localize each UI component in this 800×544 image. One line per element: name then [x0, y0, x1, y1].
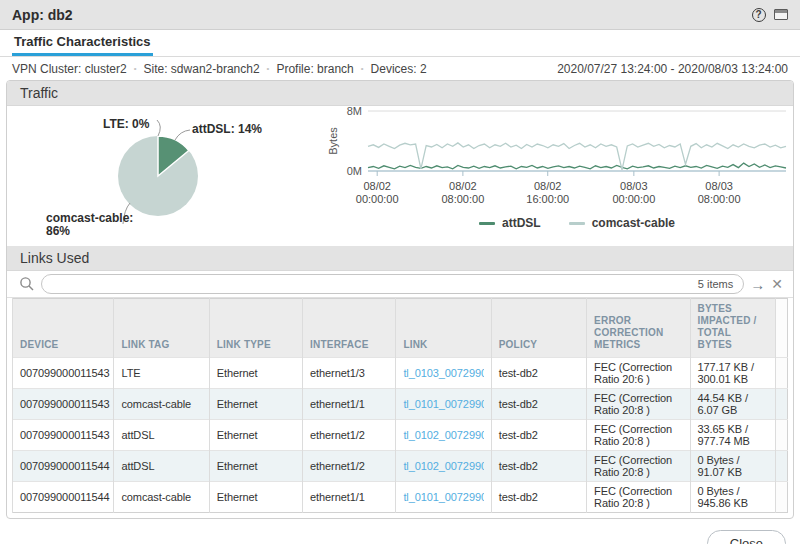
cell-link: tl_0103_00729900... [396, 358, 491, 389]
tab-traffic-characteristics[interactable]: Traffic Characteristics [12, 29, 153, 56]
cell-link_type: Ethernet [209, 482, 302, 513]
cell-bytes: 0 Bytes / 945.86 KB [690, 482, 775, 513]
breadcrumb-separator: • [267, 64, 270, 73]
column-header[interactable]: POLICY [491, 299, 586, 358]
close-button[interactable]: Close [707, 530, 786, 544]
cell-link_tag: comcast-cable [114, 389, 209, 420]
links-section-header: Links Used [7, 246, 793, 271]
scrollbar-track[interactable] [775, 451, 787, 482]
clear-filter-icon[interactable]: ✕ [771, 277, 783, 291]
cell-policy: test-db2 [491, 358, 586, 389]
legend-dash-icon [569, 222, 585, 225]
table-body: 007099000011543LTEEthernetethernet1/3tl_… [13, 358, 788, 513]
series-line-attDSL [368, 163, 786, 169]
link-cell-link[interactable]: tl_0101_00729900... [403, 491, 483, 503]
cell-policy: test-db2 [491, 451, 586, 482]
cell-device: 007099000011543 [13, 420, 114, 451]
table-header-row: DEVICELINK TAGLINK TYPEINTERFACELINKPOLI… [13, 299, 788, 358]
x-axis-tick-label: 08/0208:00:00 [441, 180, 484, 206]
table-row[interactable]: 007099000011543LTEEthernetethernet1/3tl_… [13, 358, 788, 389]
cell-interface: ethernet1/1 [303, 482, 396, 513]
breadcrumb-item: Profile: branch [276, 62, 353, 76]
pie-label-comcast: comcast-cable: 86% [46, 212, 141, 238]
links-search-row: 5 items → ✕ [7, 271, 793, 298]
date-range: 2020/07/27 13:24:00 - 2020/08/03 13:24:0… [557, 62, 788, 76]
link-cell-link[interactable]: tl_0101_00729900... [403, 398, 483, 410]
apply-filter-arrow-icon[interactable]: → [750, 277, 765, 292]
cell-link_type: Ethernet [209, 451, 302, 482]
column-header[interactable]: INTERFACE [303, 299, 396, 358]
links-table: DEVICELINK TAGLINK TYPEINTERFACELINKPOLI… [12, 298, 788, 513]
cell-interface: ethernet1/3 [303, 358, 396, 389]
scrollbar-track[interactable] [775, 299, 787, 358]
cell-link: tl_0101_00729900... [396, 482, 491, 513]
context-row: VPN Cluster: cluster2•Site: sdwan2-branc… [0, 57, 800, 80]
traffic-section-title: Traffic [20, 85, 58, 101]
cell-error_correction: FEC (Correction Ratio 20:8 ) [587, 389, 690, 420]
column-header[interactable]: DEVICE [13, 299, 114, 358]
legend-label: attDSL [502, 216, 541, 230]
cell-device: 007099000011544 [13, 482, 114, 513]
y-axis-label: Bytes [327, 127, 339, 155]
table-row[interactable]: 007099000011544attDSLEthernetethernet1/2… [13, 451, 788, 482]
cell-bytes: 177.17 KB / 300.01 KB [690, 358, 775, 389]
legend-item-attDSL[interactable]: attDSL [479, 216, 541, 230]
pie-label-lte: LTE: 0% [103, 118, 149, 131]
cell-link_tag: comcast-cable [114, 482, 209, 513]
help-icon[interactable]: ? [751, 7, 766, 22]
breadcrumb-item: Devices: 2 [371, 62, 427, 76]
cell-bytes: 0 Bytes / 91.07 KB [690, 451, 775, 482]
breadcrumb-item: Site: sdwan2-branch2 [144, 62, 260, 76]
link-cell-link[interactable]: tl_0103_00729900... [403, 367, 483, 379]
x-axis-tick-label: 08/0200:00:00 [356, 180, 399, 206]
cell-link: tl_0101_00729900... [396, 389, 491, 420]
cell-error_correction: FEC (Correction Ratio 20:6 ) [587, 358, 690, 389]
column-header[interactable]: ERROR CORRECTION METRICS [587, 299, 690, 358]
window-popout-icon[interactable] [773, 7, 788, 22]
table-row[interactable]: 007099000011543comcast-cableEthernetethe… [13, 389, 788, 420]
cell-link_tag: attDSL [114, 420, 209, 451]
cell-interface: ethernet1/1 [303, 389, 396, 420]
column-header[interactable]: BYTES IMPACTED / TOTAL BYTES [690, 299, 775, 358]
cell-bytes: 44.54 KB / 6.07 GB [690, 389, 775, 420]
window-titlebar: App: db2 ? [0, 0, 800, 30]
items-count-badge: 5 items [698, 278, 733, 290]
tab-bar: Traffic Characteristics [0, 30, 800, 57]
cell-policy: test-db2 [491, 482, 586, 513]
cell-error_correction: FEC (Correction Ratio 20:8 ) [587, 451, 690, 482]
legend-dash-icon [479, 222, 495, 225]
x-axis-tick-label: 08/0308:00:00 [698, 180, 741, 206]
breadcrumb-item: VPN Cluster: cluster2 [12, 62, 127, 76]
legend-item-comcast-cable[interactable]: comcast-cable [569, 216, 675, 230]
column-header[interactable]: LINK TYPE [209, 299, 302, 358]
search-icon [19, 276, 35, 292]
column-header[interactable]: LINK TAG [114, 299, 209, 358]
pie-label-attdsl: attDSL: 14% [192, 123, 262, 136]
line-chart: 8M0MBytes [327, 106, 786, 177]
link-cell-link[interactable]: tl_0102_00729900... [403, 429, 483, 441]
cell-link_type: Ethernet [209, 358, 302, 389]
cell-link_tag: attDSL [114, 451, 209, 482]
breadcrumb: VPN Cluster: cluster2•Site: sdwan2-branc… [12, 62, 557, 76]
legend-label: comcast-cable [592, 216, 675, 230]
scrollbar-track[interactable] [775, 420, 787, 451]
chart-legend: attDSLcomcast-cable [368, 216, 786, 230]
cell-interface: ethernet1/2 [303, 451, 396, 482]
cell-bytes: 33.65 KB / 977.74 MB [690, 420, 775, 451]
column-header[interactable]: LINK [396, 299, 491, 358]
cell-link: tl_0102_00729900... [396, 451, 491, 482]
links-search-input[interactable] [52, 277, 698, 291]
x-axis-tick-label: 08/0300:00:00 [612, 180, 655, 206]
y-tick-top: 8M [347, 106, 362, 117]
scrollbar-track[interactable] [775, 389, 787, 420]
cell-link: tl_0102_00729900... [396, 420, 491, 451]
table-row[interactable]: 007099000011544comcast-cableEthernetethe… [13, 482, 788, 513]
table-row[interactable]: 007099000011543attDSLEthernetethernet1/2… [13, 420, 788, 451]
scrollbar-track[interactable] [775, 482, 787, 513]
links-table-wrap: DEVICELINK TAGLINK TYPEINTERFACELINKPOLI… [12, 298, 788, 513]
link-cell-link[interactable]: tl_0102_00729900... [403, 460, 483, 472]
y-tick-bottom: 0M [347, 165, 362, 177]
scrollbar-track[interactable] [775, 358, 787, 389]
leader-line-attdsl [175, 130, 190, 140]
traffic-section-header: Traffic [7, 81, 793, 106]
